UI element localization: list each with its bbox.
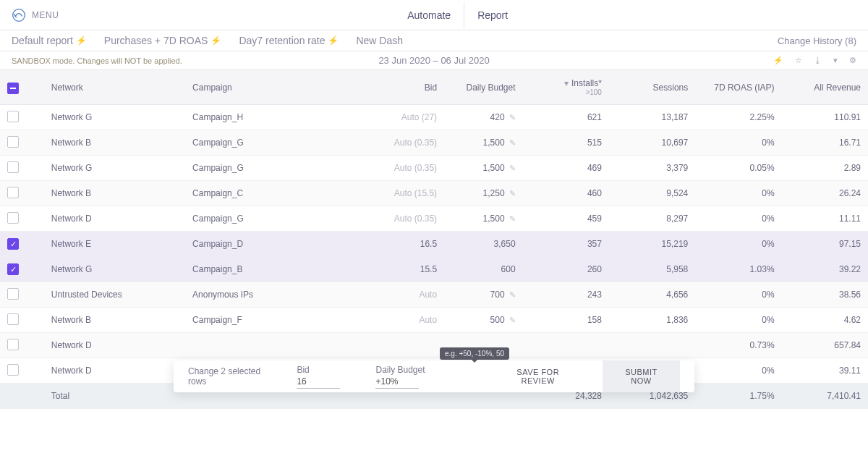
bolt-icon[interactable]: ⚡ — [773, 56, 783, 65]
bolt-icon: ⚡ — [210, 35, 221, 46]
cell-bid[interactable]: Auto — [366, 308, 444, 333]
header-sessions[interactable]: Sessions — [609, 70, 695, 105]
header-budget[interactable]: Daily Budget — [444, 70, 522, 105]
cell-roas: 0.05% — [695, 156, 781, 181]
cell-budget[interactable]: 500✎ — [444, 308, 522, 333]
top-bar: MENU Automate Report — [0, 0, 868, 30]
cell-campaign: Campaign_B — [185, 257, 366, 282]
submit-now-button[interactable]: SUBMIT NOW — [603, 360, 680, 392]
cell-budget[interactable]: 600 — [444, 257, 522, 282]
cell-budget[interactable]: 3,650 — [444, 232, 522, 257]
row-checkbox[interactable] — [7, 313, 19, 325]
edit-icon[interactable]: ✎ — [509, 290, 516, 300]
report-tab-2[interactable]: Day7 retention rate⚡ — [239, 35, 339, 46]
cell-budget[interactable]: 420✎ — [444, 105, 522, 130]
cell-budget[interactable]: 1,250✎ — [444, 181, 522, 206]
total-revenue: 7,410.41 — [782, 384, 868, 409]
table-row: Network D0.73%657.84 — [0, 333, 868, 358]
header-campaign[interactable]: Campaign — [185, 70, 366, 105]
cell-sessions: 8,297 — [609, 206, 695, 232]
cell-bid[interactable] — [366, 333, 444, 358]
cell-bid[interactable]: Auto (0.35) — [366, 130, 444, 156]
cell-bid[interactable]: Auto (0.35) — [366, 206, 444, 232]
cell-bid[interactable]: Auto — [366, 282, 444, 308]
row-checkbox[interactable] — [7, 212, 19, 224]
download-icon[interactable]: ⭳ — [814, 56, 822, 65]
row-checkbox-cell — [0, 156, 44, 181]
header-network[interactable]: Network — [44, 70, 185, 105]
menu-label[interactable]: MENU — [32, 10, 59, 20]
bulk-title: Change 2 selected rows — [188, 366, 279, 387]
header-bid[interactable]: Bid — [366, 70, 444, 105]
bolt-icon: ⚡ — [328, 35, 339, 46]
cell-roas: 0% — [695, 130, 781, 156]
tab-automate[interactable]: Automate — [394, 2, 464, 28]
total-roas: 1.75% — [695, 384, 781, 409]
cell-installs: 460 — [523, 181, 609, 206]
report-tab-0[interactable]: Default report⚡ — [12, 35, 87, 46]
cell-revenue: 11.11 — [782, 206, 868, 232]
bulk-bid-label: Bid — [297, 365, 309, 375]
row-checkbox[interactable] — [7, 339, 19, 350]
toolbar-icons: ⚡ ☆ ⭳ ▾ ⚙ — [773, 56, 856, 65]
cell-bid[interactable]: Auto (0.35) — [366, 156, 444, 181]
row-checkbox[interactable] — [7, 136, 19, 148]
header-installs[interactable]: ▾Installs* >100 — [523, 70, 609, 105]
change-history-link[interactable]: Change History (8) — [778, 35, 856, 46]
cell-campaign: Campaign_F — [185, 308, 366, 333]
row-checkbox-cell — [0, 358, 44, 384]
cell-bid[interactable]: Auto (15.5) — [366, 181, 444, 206]
report-tab-3[interactable]: New Dash — [356, 35, 403, 46]
row-checkbox[interactable] — [7, 187, 19, 198]
report-tab-1[interactable]: Purchases + 7D ROAS⚡ — [104, 35, 222, 46]
edit-icon[interactable]: ✎ — [509, 113, 516, 122]
bulk-budget-input[interactable] — [375, 375, 419, 389]
report-tab-label: Purchases + 7D ROAS — [104, 35, 208, 46]
star-icon[interactable]: ☆ — [795, 56, 802, 65]
row-checkbox-cell — [0, 181, 44, 206]
bid-value: Auto (0.35) — [394, 138, 437, 148]
cell-budget[interactable]: 1,500✎ — [444, 206, 522, 232]
row-checkbox[interactable] — [7, 288, 19, 300]
row-checkbox[interactable] — [7, 364, 19, 376]
tab-report[interactable]: Report — [464, 2, 521, 28]
row-checkbox[interactable] — [7, 111, 19, 122]
row-checkbox[interactable] — [7, 161, 19, 173]
cell-network: Network G — [44, 156, 185, 181]
header-installs-filter: >100 — [530, 88, 602, 96]
cell-budget[interactable]: 700✎ — [444, 282, 522, 308]
edit-icon[interactable]: ✎ — [509, 189, 516, 198]
header-checkbox-cell — [0, 70, 44, 105]
edit-icon[interactable]: ✎ — [509, 138, 516, 148]
edit-icon[interactable]: ✎ — [509, 214, 516, 224]
cell-bid[interactable]: 16.5 — [366, 232, 444, 257]
select-all-checkbox[interactable] — [7, 83, 19, 94]
cell-sessions: 5,958 — [609, 257, 695, 282]
filter-icon[interactable]: ▾ — [833, 56, 838, 65]
report-tab-label: New Dash — [356, 35, 403, 46]
cell-bid[interactable]: Auto (27) — [366, 105, 444, 130]
cell-bid[interactable]: 15.5 — [366, 257, 444, 282]
context-row: SANDBOX mode. Changes will NOT be applie… — [0, 51, 868, 69]
row-checkbox[interactable] — [7, 238, 19, 250]
row-checkbox[interactable] — [7, 263, 19, 275]
table-row: Network GCampaign_GAuto (0.35)1,500✎4693… — [0, 156, 868, 181]
cell-sessions: 4,656 — [609, 282, 695, 308]
cell-roas: 0% — [695, 282, 781, 308]
cell-budget[interactable]: 1,500✎ — [444, 130, 522, 156]
edit-icon[interactable]: ✎ — [509, 316, 516, 325]
cell-sessions: 1,836 — [609, 308, 695, 333]
bulk-bid-input[interactable] — [297, 375, 340, 389]
header-revenue[interactable]: All Revenue — [782, 70, 868, 105]
report-tab-label: Default report — [12, 35, 73, 46]
edit-icon[interactable]: ✎ — [509, 164, 516, 173]
save-for-review-button[interactable]: SAVE FOR REVIEW — [490, 360, 585, 392]
gear-icon[interactable]: ⚙ — [849, 56, 856, 65]
row-checkbox-cell — [0, 257, 44, 282]
budget-value: 3,650 — [494, 239, 516, 249]
header-roas[interactable]: 7D ROAS (IAP) — [695, 70, 781, 105]
cell-budget[interactable]: 1,500✎ — [444, 156, 522, 181]
bulk-edit-panel: Change 2 selected rows Bid Daily Budget … — [174, 360, 694, 392]
date-range[interactable]: 23 Jun 2020 – 06 Jul 2020 — [378, 55, 489, 66]
logo-icon — [12, 8, 26, 22]
